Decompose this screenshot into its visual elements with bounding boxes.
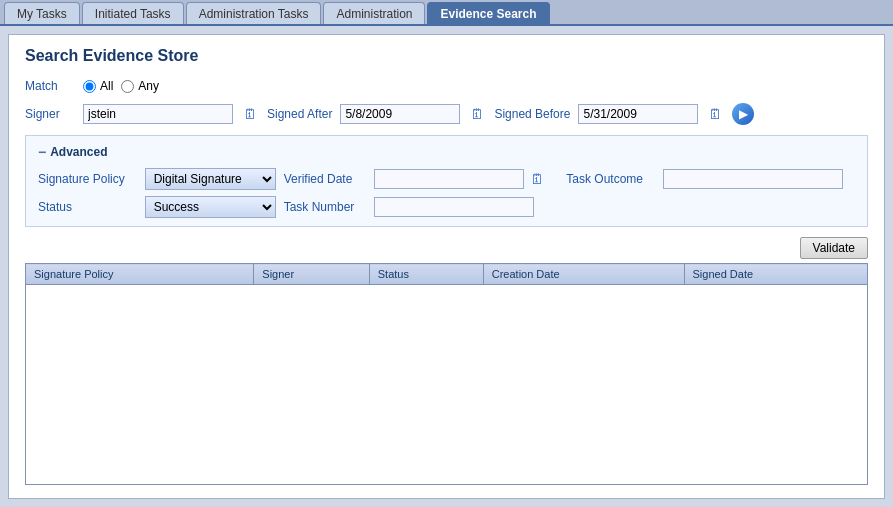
tab-bar: My Tasks Initiated Tasks Administration … bbox=[0, 0, 893, 26]
advanced-section: − Advanced Signature Policy Digital Sign… bbox=[25, 135, 868, 227]
table-body bbox=[26, 285, 868, 485]
signer-label: Signer bbox=[25, 107, 75, 121]
results-table: Signature Policy Signer Status Creation … bbox=[25, 263, 868, 485]
status-label: Status bbox=[38, 200, 137, 214]
task-outcome-input[interactable] bbox=[663, 169, 843, 189]
table-empty-cell bbox=[26, 285, 868, 485]
table-header-row: Signature Policy Signer Status Creation … bbox=[26, 264, 868, 285]
match-any-radio[interactable] bbox=[121, 80, 134, 93]
run-button[interactable]: ▶ bbox=[732, 103, 754, 125]
signed-after-input[interactable] bbox=[340, 104, 460, 124]
verified-date-group: 🗓 bbox=[374, 169, 558, 189]
col-status: Status bbox=[369, 264, 483, 285]
match-all-label: All bbox=[100, 79, 113, 93]
table-header: Signature Policy Signer Status Creation … bbox=[26, 264, 868, 285]
table-empty-row bbox=[26, 285, 868, 485]
task-number-input[interactable] bbox=[374, 197, 534, 217]
tab-evidence-search[interactable]: Evidence Search bbox=[427, 2, 549, 24]
signed-after-label: Signed After bbox=[267, 107, 332, 121]
match-any-group: Any bbox=[121, 79, 159, 93]
match-row: Match All Any bbox=[25, 79, 868, 93]
tab-administration[interactable]: Administration bbox=[323, 2, 425, 24]
main-content: Search Evidence Store Match All Any Sign… bbox=[8, 34, 885, 499]
results-area: Validate Signature Policy Signer Status … bbox=[25, 237, 868, 485]
advanced-label: Advanced bbox=[50, 145, 107, 159]
signed-before-label: Signed Before bbox=[494, 107, 570, 121]
signer-row: Signer 🗓 Signed After 🗓 Signed Before 🗓 … bbox=[25, 103, 868, 125]
col-signature-policy: Signature Policy bbox=[26, 264, 254, 285]
verified-date-input[interactable] bbox=[374, 169, 524, 189]
match-label: Match bbox=[25, 79, 75, 93]
verified-date-cal-icon[interactable]: 🗓 bbox=[528, 170, 546, 188]
col-creation-date: Creation Date bbox=[483, 264, 684, 285]
tab-my-tasks[interactable]: My Tasks bbox=[4, 2, 80, 24]
match-any-label: Any bbox=[138, 79, 159, 93]
signer-input[interactable] bbox=[83, 104, 233, 124]
signature-policy-select[interactable]: Digital Signature XML Signature PDF Sign… bbox=[145, 168, 276, 190]
signature-policy-label: Signature Policy bbox=[38, 172, 137, 186]
advanced-header[interactable]: − Advanced bbox=[38, 144, 855, 160]
status-select[interactable]: Success Failure Pending bbox=[145, 196, 276, 218]
col-signed-date: Signed Date bbox=[684, 264, 867, 285]
task-number-label: Task Number bbox=[284, 200, 367, 214]
signer-cal-icon[interactable]: 🗓 bbox=[241, 105, 259, 123]
tab-administration-tasks[interactable]: Administration Tasks bbox=[186, 2, 322, 24]
validate-button[interactable]: Validate bbox=[800, 237, 868, 259]
col-signer: Signer bbox=[254, 264, 369, 285]
signed-after-cal-icon[interactable]: 🗓 bbox=[468, 105, 486, 123]
signed-before-cal-icon[interactable]: 🗓 bbox=[706, 105, 724, 123]
advanced-grid: Signature Policy Digital Signature XML S… bbox=[38, 168, 855, 218]
verified-date-label: Verified Date bbox=[284, 172, 367, 186]
match-all-radio[interactable] bbox=[83, 80, 96, 93]
signed-before-input[interactable] bbox=[578, 104, 698, 124]
page-title: Search Evidence Store bbox=[25, 47, 868, 65]
collapse-icon: − bbox=[38, 144, 46, 160]
validate-row: Validate bbox=[25, 237, 868, 259]
tab-initiated-tasks[interactable]: Initiated Tasks bbox=[82, 2, 184, 24]
match-all-group: All bbox=[83, 79, 113, 93]
task-outcome-label: Task Outcome bbox=[566, 172, 655, 186]
